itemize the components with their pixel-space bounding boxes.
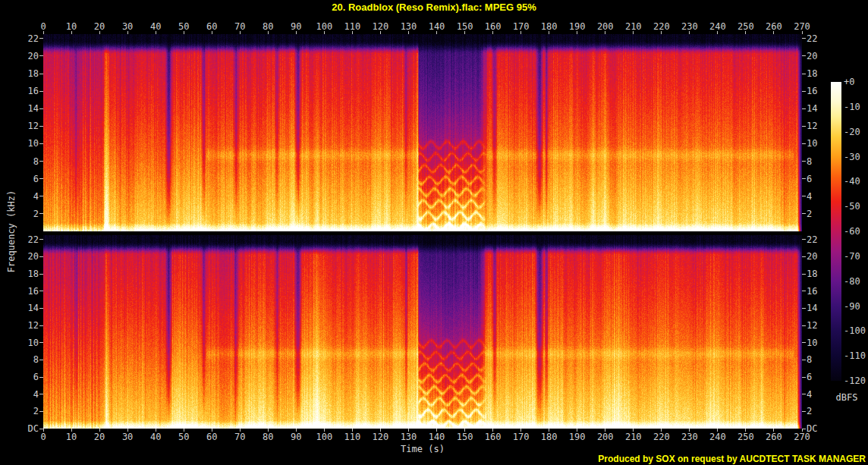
x-tick-label: 130 (393, 21, 423, 32)
x-tick-label: 200 (590, 21, 621, 32)
x-tick-label: 40 (140, 432, 171, 442)
x-tick-mark (492, 429, 493, 432)
y-tick-label: 2 (0, 406, 39, 416)
y-tick-mark (39, 108, 43, 109)
x-tick-mark (689, 429, 690, 432)
x-tick-mark (802, 429, 803, 432)
x-tick-label: 230 (675, 432, 705, 442)
x-tick-mark (324, 429, 325, 432)
y-tick-mark (802, 143, 806, 144)
y-tick-mark (802, 213, 806, 214)
x-tick-mark (71, 429, 72, 432)
x-tick-label: 140 (422, 432, 452, 442)
y-tick-label: 6 (0, 174, 39, 184)
x-tick-label: 10 (56, 21, 86, 32)
x-tick-mark (380, 429, 381, 432)
y-tick-mark (802, 161, 806, 162)
x-tick-label: 180 (534, 21, 565, 32)
x-tick-label: 230 (675, 21, 705, 32)
y-tick-mark (802, 377, 806, 378)
x-tick-label: 250 (731, 432, 761, 442)
y-tick-label: 20 (807, 51, 837, 61)
x-tick-label: 10 (56, 432, 86, 442)
y-tick-mark (39, 196, 43, 196)
y-tick-label: 12 (0, 320, 39, 331)
y-tick-mark (39, 342, 43, 343)
x-tick-label: 100 (309, 21, 339, 32)
x-tick-label: 210 (618, 432, 649, 442)
y-tick-mark (802, 274, 806, 275)
y-tick-label: 22 (807, 33, 837, 44)
x-tick-label: 110 (337, 21, 367, 32)
x-tick-mark (99, 429, 100, 432)
y-tick-label: 16 (0, 86, 39, 96)
x-tick-label: 20 (84, 21, 115, 32)
y-tick-label: 8 (0, 156, 39, 167)
x-tick-mark (127, 429, 128, 432)
x-tick-label: 70 (225, 21, 255, 32)
y-tick-label: 14 (0, 103, 39, 114)
colorbar-gradient (831, 82, 841, 381)
colorbar-tick-label: +0 (844, 77, 868, 87)
y-tick-mark (39, 291, 43, 291)
colorbar-tick-label: -60 (844, 226, 868, 237)
x-tick-label: 260 (759, 432, 789, 442)
x-tick-mark (436, 429, 437, 432)
colorbar-tick-label: -80 (844, 276, 868, 287)
x-tick-label: 0 (28, 432, 58, 442)
y-tick-mark (802, 38, 806, 39)
y-tick-label: 20 (0, 51, 39, 61)
y-tick-mark (802, 256, 806, 257)
x-tick-label: 20 (84, 432, 115, 442)
x-tick-label: 30 (112, 432, 143, 442)
y-tick-mark (802, 55, 806, 56)
x-tick-label: 0 (28, 21, 58, 32)
y-tick-mark (39, 213, 43, 214)
y-tick-label: 18 (0, 269, 39, 279)
x-tick-label: 120 (365, 21, 395, 32)
y-tick-mark (802, 91, 806, 92)
producer-credit: Produced by SOX on request by AUCDTECT T… (598, 454, 866, 464)
y-tick-mark (39, 178, 43, 179)
y-tick-label: 22 (0, 234, 39, 245)
y-tick-mark (802, 411, 806, 412)
x-tick-label: 90 (281, 432, 311, 442)
y-tick-label: 18 (807, 68, 837, 79)
y-tick-mark (39, 38, 43, 39)
x-tick-label: 200 (590, 432, 621, 442)
y-tick-mark (39, 74, 43, 74)
x-tick-mark (240, 429, 241, 432)
x-tick-mark (661, 429, 662, 432)
x-tick-mark (520, 429, 521, 432)
spectrogram-right-channel (43, 235, 802, 429)
x-tick-mark (296, 429, 297, 432)
x-tick-label: 170 (506, 21, 536, 32)
x-axis-title: Time (s) (43, 444, 802, 454)
y-tick-mark (39, 239, 43, 240)
x-tick-label: 50 (168, 21, 199, 32)
x-tick-mark (408, 429, 409, 432)
x-tick-label: 40 (140, 21, 171, 32)
x-tick-label: 220 (646, 432, 677, 442)
colorbar-tick-label: -10 (844, 102, 868, 112)
x-tick-label: 150 (450, 432, 480, 442)
y-tick-mark (802, 108, 806, 109)
x-tick-mark (43, 429, 44, 432)
x-tick-mark (605, 429, 605, 432)
y-tick-mark (39, 55, 43, 56)
colorbar-tick-label: -40 (844, 176, 868, 187)
y-tick-mark (39, 411, 43, 412)
x-tick-label: 180 (534, 432, 565, 442)
y-tick-label: 20 (0, 251, 39, 262)
y-tick-mark (802, 239, 806, 240)
y-tick-mark (802, 308, 806, 309)
x-tick-label: 240 (703, 21, 733, 32)
x-tick-label: 160 (478, 21, 508, 32)
x-tick-label: 260 (759, 21, 789, 32)
x-tick-label: 140 (422, 21, 452, 32)
colorbar-tick-label: -20 (844, 127, 868, 137)
x-tick-mark (633, 429, 634, 432)
y-tick-mark (802, 360, 806, 360)
y-tick-mark (802, 74, 806, 74)
x-tick-label: 210 (618, 21, 649, 32)
